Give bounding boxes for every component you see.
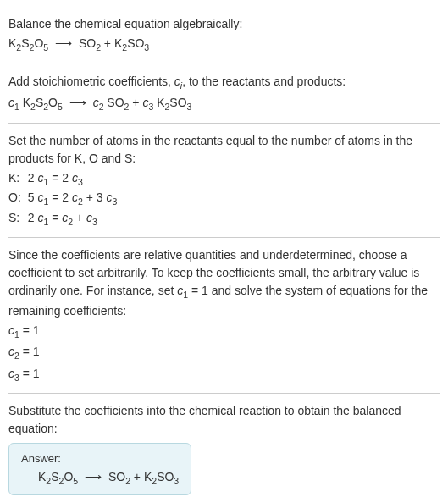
arrow-icon: ⟶ [66, 96, 90, 109]
eq-text: 5 [28, 191, 38, 204]
title-text: Add stoichiometric coefficients, [8, 75, 174, 88]
eq-text: K [144, 470, 152, 483]
var-c: c [8, 323, 14, 337]
eq-text: = 1 [19, 323, 40, 337]
var-c: c [72, 191, 78, 204]
section-add-coefficients: Add stoichiometric coefficients, ci, to … [8, 64, 440, 124]
eq-sub: 5 [58, 102, 63, 112]
atom-eq: 5 c1 = 2 c2 + 3 c3 [28, 189, 124, 209]
var-sub: 3 [78, 176, 83, 186]
answer-label: Answer: [21, 452, 179, 465]
atom-eq: 2 c1 = 2 c3 [28, 169, 124, 190]
var-c: c [174, 75, 180, 88]
eq-text: K [23, 96, 30, 109]
var-sub: 3 [92, 217, 97, 227]
eq-sub: 3 [174, 476, 179, 486]
eq-sub: 5 [43, 42, 48, 52]
arrow-icon: ⟶ [52, 36, 75, 50]
atom-eq-row: K: 2 c1 = 2 c3 [8, 169, 124, 190]
var-c: c [8, 96, 14, 109]
atom-eq: 2 c1 = c2 + c3 [28, 209, 124, 229]
eq-text: S [36, 96, 43, 109]
arrow-icon: ⟶ [81, 470, 105, 483]
eq-text: = [48, 171, 62, 185]
atom-label: K: [8, 169, 28, 190]
eq-text: S [21, 36, 29, 50]
solve-eq: c1 = 1 [8, 322, 440, 342]
eq-text: + [73, 211, 86, 224]
section-answer: Substitute the coefficients into the che… [8, 394, 440, 497]
answer-equation: K2S2O5 ⟶ SO2 + K2SO3 [21, 470, 179, 486]
eq-sub: 3 [144, 42, 149, 52]
problem-equation: K2S2O5 ⟶ SO2 + K2SO3 [8, 35, 440, 55]
problem-title: Balance the chemical equation algebraica… [8, 15, 440, 33]
eq-text: K [8, 36, 16, 50]
eq-text: K [114, 36, 122, 50]
section-problem: Balance the chemical equation algebraica… [8, 7, 440, 64]
eq-text: = 1 [19, 345, 40, 358]
eq-text: SO [108, 470, 125, 483]
var-sub: 1 [14, 102, 19, 112]
eq-text: 3 [97, 191, 107, 204]
var-sub: 3 [112, 196, 117, 207]
atom-eq-table: K: 2 c1 = 2 c3 O: 5 c1 = 2 c2 + 3 c3 S: … [8, 169, 124, 229]
var-c: c [93, 96, 99, 109]
eq-text: O [48, 96, 58, 109]
eq-text: SO [169, 96, 186, 109]
var-c: c [72, 171, 78, 185]
atom-eq-title: Set the number of atoms in the reactants… [8, 132, 440, 168]
eq-text: K [38, 470, 46, 483]
eq-text: SO [157, 470, 174, 483]
section-atom-equations: Set the number of atoms in the reactants… [8, 124, 440, 239]
eq-text: S [51, 470, 58, 483]
eq-text: SO [107, 96, 124, 109]
eq-text: 2 [62, 171, 72, 185]
solve-eq: c3 = 1 [8, 365, 440, 385]
eq-text: 2 [28, 171, 38, 185]
solve-text: Since the coefficients are relative quan… [8, 246, 440, 320]
solve-eq: c2 = 1 [8, 343, 440, 363]
var-c: c [8, 345, 14, 358]
atom-label: O: [8, 189, 28, 209]
answer-box: Answer: K2S2O5 ⟶ SO2 + K2SO3 [8, 443, 191, 495]
eq-text: SO [79, 36, 96, 50]
eq-text: O [64, 470, 73, 483]
eq-text: + [129, 96, 142, 109]
eq-text: = 1 [19, 367, 40, 380]
coef-equation: c1 K2S2O5 ⟶ c2 SO2 + c3 K2SO3 [8, 94, 440, 114]
eq-text: + [83, 191, 97, 204]
add-coef-title: Add stoichiometric coefficients, ci, to … [8, 73, 440, 93]
eq-sub: 3 [187, 102, 192, 112]
eq-text: + [130, 470, 144, 483]
atom-eq-row: S: 2 c1 = c2 + c3 [8, 209, 124, 229]
eq-text: 2 [62, 191, 72, 204]
eq-text: = [48, 211, 62, 224]
section-solve: Since the coefficients are relative quan… [8, 238, 440, 394]
var-c: c [8, 367, 14, 380]
answer-title: Substitute the coefficients into the che… [8, 402, 440, 438]
eq-text: = [48, 191, 62, 204]
atom-eq-row: O: 5 c1 = 2 c2 + 3 c3 [8, 189, 124, 209]
atom-label: S: [8, 209, 28, 229]
eq-text: O [34, 36, 43, 50]
eq-text: SO [127, 36, 144, 50]
eq-text: + [101, 36, 114, 50]
title-text: , to the reactants and products: [182, 75, 346, 88]
eq-text: 2 [28, 211, 38, 224]
eq-sub: 5 [73, 476, 78, 486]
